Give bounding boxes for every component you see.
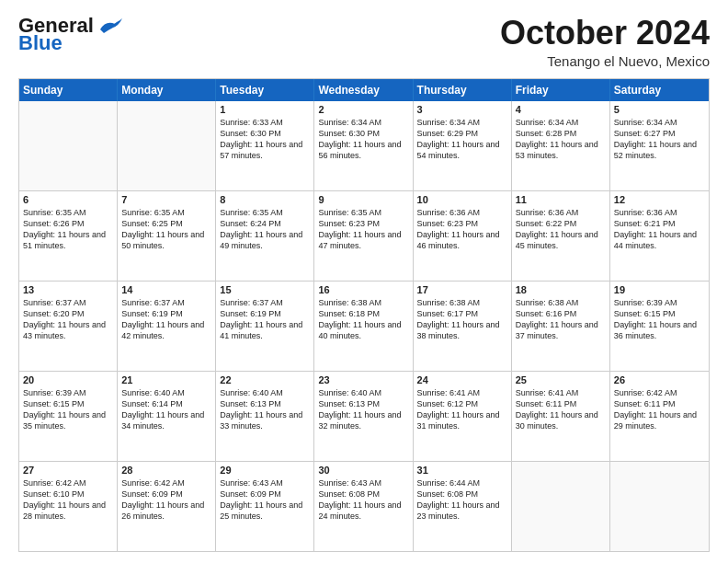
sunset-text: Sunset: 6:08 PM xyxy=(417,488,507,500)
sunset-text: Sunset: 6:30 PM xyxy=(220,128,310,139)
sunset-text: Sunset: 6:15 PM xyxy=(614,308,705,319)
day-cell-2: 2Sunrise: 6:34 AMSunset: 6:30 PMDaylight… xyxy=(314,101,413,190)
sunrise-text: Sunrise: 6:34 AM xyxy=(417,117,507,128)
sunset-text: Sunset: 6:28 PM xyxy=(516,128,606,139)
logo-bird-icon xyxy=(97,17,124,37)
daylight-text: Daylight: 11 hours and 33 minutes. xyxy=(220,409,310,431)
day-number: 18 xyxy=(516,284,606,295)
sunrise-text: Sunrise: 6:37 AM xyxy=(23,297,113,308)
sunrise-text: Sunrise: 6:37 AM xyxy=(220,297,310,308)
sunrise-text: Sunrise: 6:34 AM xyxy=(318,117,408,128)
sunset-text: Sunset: 6:17 PM xyxy=(417,308,507,319)
sunrise-text: Sunrise: 6:35 AM xyxy=(121,207,211,218)
sunset-text: Sunset: 6:14 PM xyxy=(121,398,211,409)
day-cell-26: 26Sunrise: 6:42 AMSunset: 6:11 PMDayligh… xyxy=(610,372,709,461)
sunset-text: Sunset: 6:09 PM xyxy=(220,488,310,500)
title-block: October 2024 Tenango el Nuevo, Mexico xyxy=(500,15,710,69)
header-day-wednesday: Wednesday xyxy=(314,79,413,101)
day-cell-6: 6Sunrise: 6:35 AMSunset: 6:26 PMDaylight… xyxy=(19,191,118,281)
day-number: 5 xyxy=(614,104,705,115)
day-number: 4 xyxy=(516,104,606,115)
sunrise-text: Sunrise: 6:40 AM xyxy=(318,387,408,398)
daylight-text: Daylight: 11 hours and 44 minutes. xyxy=(614,229,705,251)
day-number: 22 xyxy=(220,374,310,385)
daylight-text: Daylight: 11 hours and 36 minutes. xyxy=(614,319,705,341)
sunset-text: Sunset: 6:10 PM xyxy=(23,488,113,500)
sunset-text: Sunset: 6:09 PM xyxy=(121,488,211,500)
day-cell-15: 15Sunrise: 6:37 AMSunset: 6:19 PMDayligh… xyxy=(216,282,314,371)
day-cell-31: 31Sunrise: 6:44 AMSunset: 6:08 PMDayligh… xyxy=(414,462,512,551)
daylight-text: Daylight: 11 hours and 45 minutes. xyxy=(516,229,606,251)
day-cell-12: 12Sunrise: 6:36 AMSunset: 6:21 PMDayligh… xyxy=(610,191,709,281)
sunset-text: Sunset: 6:19 PM xyxy=(220,308,310,319)
daylight-text: Daylight: 11 hours and 51 minutes. xyxy=(23,229,113,251)
daylight-text: Daylight: 11 hours and 41 minutes. xyxy=(220,319,310,341)
calendar-row-4: 27Sunrise: 6:42 AMSunset: 6:10 PMDayligh… xyxy=(19,461,709,551)
sunrise-text: Sunrise: 6:37 AM xyxy=(121,297,211,308)
sunset-text: Sunset: 6:13 PM xyxy=(220,398,310,409)
daylight-text: Daylight: 11 hours and 53 minutes. xyxy=(516,139,606,161)
sunset-text: Sunset: 6:22 PM xyxy=(516,218,606,229)
day-number: 16 xyxy=(318,284,408,295)
day-cell-10: 10Sunrise: 6:36 AMSunset: 6:23 PMDayligh… xyxy=(414,191,512,281)
day-cell-3: 3Sunrise: 6:34 AMSunset: 6:29 PMDaylight… xyxy=(414,101,512,190)
day-cell-8: 8Sunrise: 6:35 AMSunset: 6:24 PMDaylight… xyxy=(216,191,314,281)
sunset-text: Sunset: 6:08 PM xyxy=(318,488,408,500)
sunset-text: Sunset: 6:23 PM xyxy=(417,218,507,229)
header-day-thursday: Thursday xyxy=(414,79,512,101)
header-day-tuesday: Tuesday xyxy=(216,79,314,101)
daylight-text: Daylight: 11 hours and 34 minutes. xyxy=(121,409,211,431)
empty-cell xyxy=(19,101,118,190)
day-cell-9: 9Sunrise: 6:35 AMSunset: 6:23 PMDaylight… xyxy=(314,191,413,281)
sunrise-text: Sunrise: 6:35 AM xyxy=(23,207,113,218)
day-number: 2 xyxy=(318,104,408,115)
sunset-text: Sunset: 6:26 PM xyxy=(23,218,113,229)
calendar-body: 1Sunrise: 6:33 AMSunset: 6:30 PMDaylight… xyxy=(19,101,709,551)
daylight-text: Daylight: 11 hours and 29 minutes. xyxy=(614,409,705,431)
day-cell-23: 23Sunrise: 6:40 AMSunset: 6:13 PMDayligh… xyxy=(314,372,413,461)
day-cell-29: 29Sunrise: 6:43 AMSunset: 6:09 PMDayligh… xyxy=(216,462,314,551)
daylight-text: Daylight: 11 hours and 35 minutes. xyxy=(23,409,113,431)
daylight-text: Daylight: 11 hours and 24 minutes. xyxy=(318,500,408,522)
day-number: 21 xyxy=(121,374,211,385)
day-cell-28: 28Sunrise: 6:42 AMSunset: 6:09 PMDayligh… xyxy=(118,462,216,551)
sunrise-text: Sunrise: 6:38 AM xyxy=(417,297,507,308)
day-cell-11: 11Sunrise: 6:36 AMSunset: 6:22 PMDayligh… xyxy=(512,191,610,281)
sunrise-text: Sunrise: 6:41 AM xyxy=(516,387,606,398)
sunrise-text: Sunrise: 6:43 AM xyxy=(318,477,408,488)
sunset-text: Sunset: 6:16 PM xyxy=(516,308,606,319)
day-cell-1: 1Sunrise: 6:33 AMSunset: 6:30 PMDaylight… xyxy=(216,101,314,190)
day-number: 14 xyxy=(121,284,211,295)
sunset-text: Sunset: 6:23 PM xyxy=(318,218,408,229)
daylight-text: Daylight: 11 hours and 42 minutes. xyxy=(121,319,211,341)
day-cell-24: 24Sunrise: 6:41 AMSunset: 6:12 PMDayligh… xyxy=(414,372,512,461)
calendar: SundayMondayTuesdayWednesdayThursdayFrid… xyxy=(18,78,710,552)
sunrise-text: Sunrise: 6:42 AM xyxy=(23,477,113,488)
sunrise-text: Sunrise: 6:43 AM xyxy=(220,477,310,488)
empty-cell xyxy=(512,462,610,551)
header-day-friday: Friday xyxy=(512,79,610,101)
day-cell-7: 7Sunrise: 6:35 AMSunset: 6:25 PMDaylight… xyxy=(118,191,216,281)
sunrise-text: Sunrise: 6:34 AM xyxy=(516,117,606,128)
day-number: 23 xyxy=(318,374,408,385)
sunrise-text: Sunrise: 6:40 AM xyxy=(220,387,310,398)
logo-block: General Blue xyxy=(18,15,124,53)
location: Tenango el Nuevo, Mexico xyxy=(500,53,710,69)
page: General Blue October 2024 Tenango el Nue… xyxy=(0,0,728,563)
sunset-text: Sunset: 6:29 PM xyxy=(417,128,507,139)
day-cell-13: 13Sunrise: 6:37 AMSunset: 6:20 PMDayligh… xyxy=(19,282,118,371)
month-title: October 2024 xyxy=(500,15,710,52)
sunrise-text: Sunrise: 6:42 AM xyxy=(121,477,211,488)
day-number: 9 xyxy=(318,194,408,205)
day-cell-22: 22Sunrise: 6:40 AMSunset: 6:13 PMDayligh… xyxy=(216,372,314,461)
daylight-text: Daylight: 11 hours and 26 minutes. xyxy=(121,500,211,522)
sunset-text: Sunset: 6:18 PM xyxy=(318,308,408,319)
day-number: 11 xyxy=(516,194,606,205)
sunset-text: Sunset: 6:11 PM xyxy=(614,398,705,409)
sunset-text: Sunset: 6:25 PM xyxy=(121,218,211,229)
day-number: 30 xyxy=(318,465,408,476)
day-number: 17 xyxy=(417,284,507,295)
daylight-text: Daylight: 11 hours and 50 minutes. xyxy=(121,229,211,251)
sunset-text: Sunset: 6:30 PM xyxy=(318,128,408,139)
sunrise-text: Sunrise: 6:36 AM xyxy=(417,207,507,218)
